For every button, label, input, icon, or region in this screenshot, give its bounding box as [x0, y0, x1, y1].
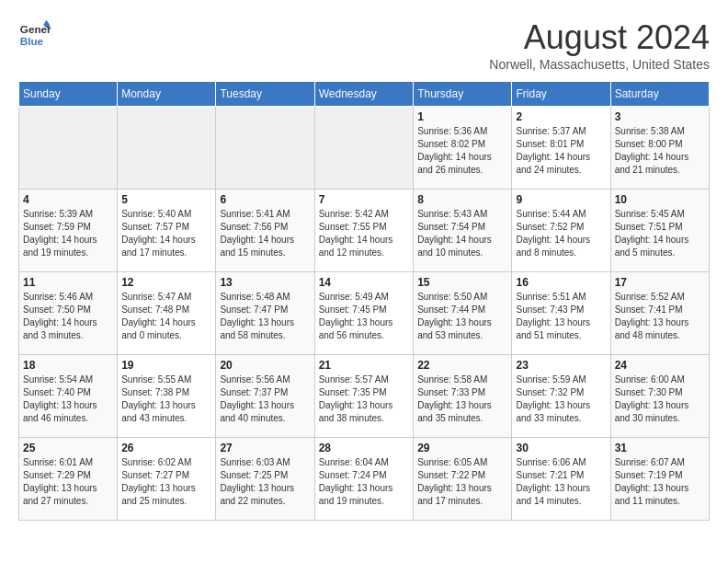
- day-number: 9: [516, 193, 606, 206]
- calendar-cell: 20Sunrise: 5:56 AM Sunset: 7:37 PM Dayli…: [216, 355, 314, 438]
- day-info: Sunrise: 5:57 AM Sunset: 7:35 PM Dayligh…: [319, 373, 410, 425]
- day-number: 23: [516, 359, 606, 372]
- day-number: 2: [516, 110, 606, 123]
- calendar-cell: 28Sunrise: 6:04 AM Sunset: 7:24 PM Dayli…: [314, 438, 414, 521]
- calendar-cell: 5Sunrise: 5:40 AM Sunset: 7:57 PM Daylig…: [118, 190, 216, 272]
- calendar-cell: 30Sunrise: 6:06 AM Sunset: 7:21 PM Dayli…: [512, 438, 610, 521]
- day-number: 5: [121, 193, 211, 206]
- day-info: Sunrise: 5:45 AM Sunset: 7:51 PM Dayligh…: [615, 208, 705, 259]
- day-info: Sunrise: 5:40 AM Sunset: 7:57 PM Dayligh…: [121, 208, 211, 259]
- day-number: 20: [220, 359, 310, 372]
- week-row-5: 25Sunrise: 6:01 AM Sunset: 7:29 PM Dayli…: [19, 438, 710, 521]
- day-number: 7: [319, 193, 410, 206]
- day-number: 18: [23, 359, 113, 372]
- day-number: 22: [417, 359, 507, 372]
- day-info: Sunrise: 5:54 AM Sunset: 7:40 PM Dayligh…: [23, 373, 113, 425]
- calendar-cell: 16Sunrise: 5:51 AM Sunset: 7:43 PM Dayli…: [512, 272, 610, 355]
- day-info: Sunrise: 5:39 AM Sunset: 7:59 PM Dayligh…: [23, 208, 113, 259]
- calendar-cell: 31Sunrise: 6:07 AM Sunset: 7:19 PM Dayli…: [610, 438, 709, 521]
- day-number: 21: [319, 359, 410, 372]
- day-info: Sunrise: 5:46 AM Sunset: 7:50 PM Dayligh…: [23, 291, 113, 342]
- calendar-cell: 14Sunrise: 5:49 AM Sunset: 7:45 PM Dayli…: [314, 272, 414, 355]
- day-number: 1: [417, 110, 507, 123]
- day-number: 10: [615, 193, 705, 206]
- calendar-cell: 26Sunrise: 6:02 AM Sunset: 7:27 PM Dayli…: [118, 438, 216, 521]
- calendar-cell: 15Sunrise: 5:50 AM Sunset: 7:44 PM Dayli…: [414, 272, 512, 355]
- svg-text:Blue: Blue: [20, 35, 44, 47]
- logo: General Blue: [18, 18, 51, 52]
- calendar-cell: 8Sunrise: 5:43 AM Sunset: 7:54 PM Daylig…: [414, 190, 512, 272]
- weekday-header-friday: Friday: [512, 82, 610, 107]
- day-info: Sunrise: 5:47 AM Sunset: 7:48 PM Dayligh…: [121, 291, 211, 342]
- weekday-header-saturday: Saturday: [610, 82, 709, 107]
- weekday-header-thursday: Thursday: [414, 82, 512, 107]
- day-number: 31: [615, 442, 705, 454]
- day-info: Sunrise: 5:59 AM Sunset: 7:32 PM Dayligh…: [516, 373, 606, 425]
- day-number: 4: [23, 193, 113, 206]
- day-number: 24: [615, 359, 705, 372]
- day-number: 27: [220, 442, 310, 454]
- day-number: 6: [220, 193, 310, 206]
- weekday-header-row: SundayMondayTuesdayWednesdayThursdayFrid…: [19, 82, 710, 107]
- day-info: Sunrise: 5:56 AM Sunset: 7:37 PM Dayligh…: [220, 373, 310, 425]
- calendar-cell: [314, 107, 414, 190]
- day-number: 19: [121, 359, 211, 372]
- week-row-2: 4Sunrise: 5:39 AM Sunset: 7:59 PM Daylig…: [19, 190, 710, 272]
- calendar-cell: 25Sunrise: 6:01 AM Sunset: 7:29 PM Dayli…: [19, 438, 118, 521]
- day-info: Sunrise: 6:03 AM Sunset: 7:25 PM Dayligh…: [220, 456, 310, 508]
- day-number: 12: [121, 276, 211, 289]
- day-number: 8: [417, 193, 507, 206]
- day-info: Sunrise: 6:06 AM Sunset: 7:21 PM Dayligh…: [516, 456, 606, 508]
- day-number: 17: [615, 276, 705, 289]
- weekday-header-sunday: Sunday: [19, 82, 118, 107]
- day-number: 30: [516, 442, 606, 454]
- calendar-cell: 10Sunrise: 5:45 AM Sunset: 7:51 PM Dayli…: [610, 190, 709, 272]
- day-info: Sunrise: 5:48 AM Sunset: 7:47 PM Dayligh…: [220, 291, 310, 342]
- day-number: 13: [220, 276, 310, 289]
- subtitle: Norwell, Massachusetts, United States: [489, 57, 710, 72]
- calendar-cell: 27Sunrise: 6:03 AM Sunset: 7:25 PM Dayli…: [216, 438, 314, 521]
- calendar-cell: 24Sunrise: 6:00 AM Sunset: 7:30 PM Dayli…: [610, 355, 709, 438]
- calendar-cell: [118, 107, 216, 190]
- day-info: Sunrise: 5:58 AM Sunset: 7:33 PM Dayligh…: [417, 373, 507, 425]
- week-row-3: 11Sunrise: 5:46 AM Sunset: 7:50 PM Dayli…: [19, 272, 710, 355]
- calendar-cell: [216, 107, 314, 190]
- calendar-cell: 7Sunrise: 5:42 AM Sunset: 7:55 PM Daylig…: [314, 190, 414, 272]
- day-number: 11: [23, 276, 113, 289]
- week-row-1: 1Sunrise: 5:36 AM Sunset: 8:02 PM Daylig…: [19, 107, 710, 190]
- day-number: 26: [121, 442, 211, 454]
- calendar-cell: 3Sunrise: 5:38 AM Sunset: 8:00 PM Daylig…: [610, 107, 709, 190]
- weekday-header-monday: Monday: [118, 82, 216, 107]
- calendar-cell: 12Sunrise: 5:47 AM Sunset: 7:48 PM Dayli…: [118, 272, 216, 355]
- day-info: Sunrise: 6:04 AM Sunset: 7:24 PM Dayligh…: [319, 456, 410, 508]
- day-number: 29: [417, 442, 507, 454]
- day-number: 16: [516, 276, 606, 289]
- day-info: Sunrise: 6:01 AM Sunset: 7:29 PM Dayligh…: [23, 456, 113, 508]
- day-number: 15: [417, 276, 507, 289]
- day-info: Sunrise: 5:49 AM Sunset: 7:45 PM Dayligh…: [319, 291, 410, 342]
- logo-icon: General Blue: [18, 18, 51, 52]
- day-info: Sunrise: 5:42 AM Sunset: 7:55 PM Dayligh…: [319, 208, 410, 259]
- calendar-cell: 4Sunrise: 5:39 AM Sunset: 7:59 PM Daylig…: [19, 190, 118, 272]
- calendar-cell: [19, 107, 118, 190]
- day-number: 28: [319, 442, 410, 454]
- title-block: August 2024 Norwell, Massachusetts, Unit…: [489, 18, 710, 72]
- day-info: Sunrise: 6:07 AM Sunset: 7:19 PM Dayligh…: [615, 456, 705, 508]
- day-info: Sunrise: 5:52 AM Sunset: 7:41 PM Dayligh…: [615, 291, 705, 342]
- main-title: August 2024: [489, 18, 710, 57]
- day-info: Sunrise: 5:38 AM Sunset: 8:00 PM Dayligh…: [615, 125, 705, 177]
- calendar-cell: 13Sunrise: 5:48 AM Sunset: 7:47 PM Dayli…: [216, 272, 314, 355]
- calendar-cell: 21Sunrise: 5:57 AM Sunset: 7:35 PM Dayli…: [314, 355, 414, 438]
- day-info: Sunrise: 6:02 AM Sunset: 7:27 PM Dayligh…: [121, 456, 211, 508]
- day-info: Sunrise: 5:43 AM Sunset: 7:54 PM Dayligh…: [417, 208, 507, 259]
- day-info: Sunrise: 5:37 AM Sunset: 8:01 PM Dayligh…: [516, 125, 606, 177]
- calendar-cell: 18Sunrise: 5:54 AM Sunset: 7:40 PM Dayli…: [19, 355, 118, 438]
- day-number: 3: [615, 110, 705, 123]
- day-info: Sunrise: 5:44 AM Sunset: 7:52 PM Dayligh…: [516, 208, 606, 259]
- calendar-cell: 17Sunrise: 5:52 AM Sunset: 7:41 PM Dayli…: [610, 272, 709, 355]
- day-info: Sunrise: 5:36 AM Sunset: 8:02 PM Dayligh…: [417, 125, 507, 177]
- calendar-cell: 1Sunrise: 5:36 AM Sunset: 8:02 PM Daylig…: [414, 107, 512, 190]
- page-header: General Blue August 2024 Norwell, Massac…: [18, 18, 710, 72]
- weekday-header-wednesday: Wednesday: [314, 82, 414, 107]
- day-info: Sunrise: 6:05 AM Sunset: 7:22 PM Dayligh…: [417, 456, 507, 508]
